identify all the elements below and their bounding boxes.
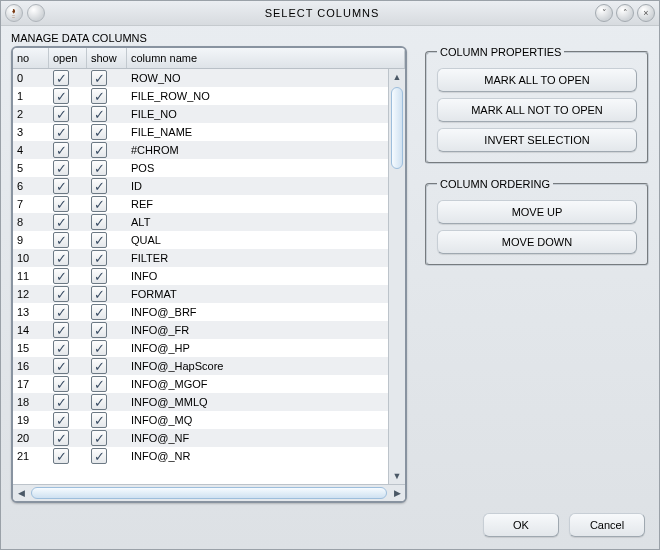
show-checkbox[interactable]: ✓ bbox=[91, 250, 107, 266]
cell-show: ✓ bbox=[87, 160, 127, 176]
header-name[interactable]: column name bbox=[127, 48, 405, 68]
cell-open: ✓ bbox=[49, 106, 87, 122]
cell-show: ✓ bbox=[87, 70, 127, 86]
show-checkbox[interactable]: ✓ bbox=[91, 430, 107, 446]
open-checkbox[interactable]: ✓ bbox=[53, 196, 69, 212]
show-checkbox[interactable]: ✓ bbox=[91, 376, 107, 392]
table-header: no open show column name bbox=[13, 48, 405, 69]
table-row[interactable]: 6✓✓ID bbox=[13, 177, 388, 195]
table-row[interactable]: 5✓✓POS bbox=[13, 159, 388, 177]
open-checkbox[interactable]: ✓ bbox=[53, 394, 69, 410]
open-checkbox[interactable]: ✓ bbox=[53, 286, 69, 302]
table-row[interactable]: 11✓✓INFO bbox=[13, 267, 388, 285]
show-checkbox[interactable]: ✓ bbox=[91, 286, 107, 302]
open-checkbox[interactable]: ✓ bbox=[53, 214, 69, 230]
open-checkbox[interactable]: ✓ bbox=[53, 358, 69, 374]
open-checkbox[interactable]: ✓ bbox=[53, 340, 69, 356]
mark-all-open-button[interactable]: MARK ALL TO OPEN bbox=[437, 68, 637, 92]
move-up-button[interactable]: MOVE UP bbox=[437, 200, 637, 224]
mark-all-not-open-button[interactable]: MARK ALL NOT TO OPEN bbox=[437, 98, 637, 122]
open-checkbox[interactable]: ✓ bbox=[53, 70, 69, 86]
scroll-down-icon[interactable]: ▼ bbox=[391, 470, 403, 482]
show-checkbox[interactable]: ✓ bbox=[91, 142, 107, 158]
table-row[interactable]: 15✓✓INFO@_HP bbox=[13, 339, 388, 357]
show-checkbox[interactable]: ✓ bbox=[91, 340, 107, 356]
open-checkbox[interactable]: ✓ bbox=[53, 430, 69, 446]
table-row[interactable]: 20✓✓INFO@_NF bbox=[13, 429, 388, 447]
table-row[interactable]: 21✓✓INFO@_NR bbox=[13, 447, 388, 465]
table-row[interactable]: 7✓✓REF bbox=[13, 195, 388, 213]
table-row[interactable]: 3✓✓FILE_NAME bbox=[13, 123, 388, 141]
ok-button[interactable]: OK bbox=[483, 513, 559, 537]
header-no[interactable]: no bbox=[13, 48, 49, 68]
header-open[interactable]: open bbox=[49, 48, 87, 68]
scroll-left-icon[interactable]: ◀ bbox=[15, 487, 27, 499]
open-checkbox[interactable]: ✓ bbox=[53, 376, 69, 392]
table-row[interactable]: 10✓✓FILTER bbox=[13, 249, 388, 267]
cell-show: ✓ bbox=[87, 106, 127, 122]
horizontal-scrollbar[interactable]: ◀ ▶ bbox=[13, 484, 405, 501]
open-checkbox[interactable]: ✓ bbox=[53, 142, 69, 158]
table-row[interactable]: 8✓✓ALT bbox=[13, 213, 388, 231]
show-checkbox[interactable]: ✓ bbox=[91, 322, 107, 338]
table-row[interactable]: 13✓✓INFO@_BRF bbox=[13, 303, 388, 321]
minimize-button[interactable]: ˅ bbox=[595, 4, 613, 22]
open-checkbox[interactable]: ✓ bbox=[53, 304, 69, 320]
table-row[interactable]: 1✓✓FILE_ROW_NO bbox=[13, 87, 388, 105]
maximize-button[interactable]: ˄ bbox=[616, 4, 634, 22]
cancel-button[interactable]: Cancel bbox=[569, 513, 645, 537]
show-checkbox[interactable]: ✓ bbox=[91, 160, 107, 176]
show-checkbox[interactable]: ✓ bbox=[91, 178, 107, 194]
scroll-thumb-horizontal[interactable] bbox=[31, 487, 387, 499]
show-checkbox[interactable]: ✓ bbox=[91, 358, 107, 374]
header-show[interactable]: show bbox=[87, 48, 127, 68]
open-checkbox[interactable]: ✓ bbox=[53, 178, 69, 194]
open-checkbox[interactable]: ✓ bbox=[53, 124, 69, 140]
show-checkbox[interactable]: ✓ bbox=[91, 304, 107, 320]
scroll-thumb-vertical[interactable] bbox=[391, 87, 403, 169]
scroll-up-icon[interactable]: ▲ bbox=[391, 71, 403, 83]
table-row[interactable]: 9✓✓QUAL bbox=[13, 231, 388, 249]
open-checkbox[interactable]: ✓ bbox=[53, 268, 69, 284]
show-checkbox[interactable]: ✓ bbox=[91, 124, 107, 140]
table-row[interactable]: 16✓✓INFO@_HapScore bbox=[13, 357, 388, 375]
scroll-right-icon[interactable]: ▶ bbox=[391, 487, 403, 499]
invert-selection-button[interactable]: INVERT SELECTION bbox=[437, 128, 637, 152]
open-checkbox[interactable]: ✓ bbox=[53, 88, 69, 104]
open-checkbox[interactable]: ✓ bbox=[53, 106, 69, 122]
table-row[interactable]: 2✓✓FILE_NO bbox=[13, 105, 388, 123]
table-row[interactable]: 4✓✓#CHROM bbox=[13, 141, 388, 159]
show-checkbox[interactable]: ✓ bbox=[91, 106, 107, 122]
show-checkbox[interactable]: ✓ bbox=[91, 214, 107, 230]
cell-column-name: FORMAT bbox=[127, 288, 388, 300]
vertical-scrollbar[interactable]: ▲ ▼ bbox=[388, 69, 405, 484]
open-checkbox[interactable]: ✓ bbox=[53, 232, 69, 248]
cell-column-name: ROW_NO bbox=[127, 72, 388, 84]
table-row[interactable]: 17✓✓INFO@_MGOF bbox=[13, 375, 388, 393]
show-checkbox[interactable]: ✓ bbox=[91, 196, 107, 212]
table-row[interactable]: 18✓✓INFO@_MMLQ bbox=[13, 393, 388, 411]
cell-open: ✓ bbox=[49, 232, 87, 248]
cell-no: 18 bbox=[13, 396, 49, 408]
show-checkbox[interactable]: ✓ bbox=[91, 268, 107, 284]
table-row[interactable]: 19✓✓INFO@_MQ bbox=[13, 411, 388, 429]
close-button[interactable]: × bbox=[637, 4, 655, 22]
show-checkbox[interactable]: ✓ bbox=[91, 70, 107, 86]
show-checkbox[interactable]: ✓ bbox=[91, 412, 107, 428]
show-checkbox[interactable]: ✓ bbox=[91, 232, 107, 248]
open-checkbox[interactable]: ✓ bbox=[53, 250, 69, 266]
cell-open: ✓ bbox=[49, 88, 87, 104]
cell-column-name: ID bbox=[127, 180, 388, 192]
open-checkbox[interactable]: ✓ bbox=[53, 160, 69, 176]
show-checkbox[interactable]: ✓ bbox=[91, 448, 107, 464]
cell-show: ✓ bbox=[87, 286, 127, 302]
open-checkbox[interactable]: ✓ bbox=[53, 412, 69, 428]
show-checkbox[interactable]: ✓ bbox=[91, 88, 107, 104]
move-down-button[interactable]: MOVE DOWN bbox=[437, 230, 637, 254]
open-checkbox[interactable]: ✓ bbox=[53, 322, 69, 338]
table-row[interactable]: 0✓✓ROW_NO bbox=[13, 69, 388, 87]
open-checkbox[interactable]: ✓ bbox=[53, 448, 69, 464]
show-checkbox[interactable]: ✓ bbox=[91, 394, 107, 410]
table-row[interactable]: 12✓✓FORMAT bbox=[13, 285, 388, 303]
table-row[interactable]: 14✓✓INFO@_FR bbox=[13, 321, 388, 339]
